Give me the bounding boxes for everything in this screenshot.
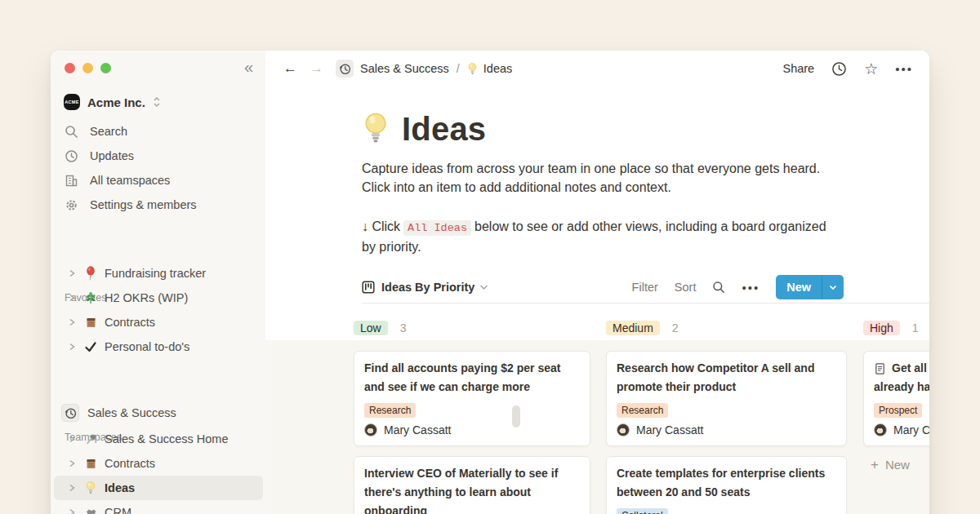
sidebar-collapse-icon[interactable]: « xyxy=(244,58,253,77)
sidebar-item-label: Ideas xyxy=(105,481,135,494)
avatar xyxy=(874,423,887,436)
chevron-down-icon[interactable] xyxy=(479,284,488,290)
hint-prefix: ↓ Click xyxy=(362,219,400,233)
chevron-down-icon[interactable] xyxy=(822,285,844,290)
column-pill-low[interactable]: Low xyxy=(354,321,388,335)
window-controls xyxy=(65,63,111,73)
hint-block[interactable]: ↓ ClickAll Ideasbelow to see or add othe… xyxy=(362,217,844,256)
star-icon[interactable]: ☆ xyxy=(864,61,878,77)
back-button[interactable]: ← xyxy=(283,60,297,77)
sidebar-item-ideas[interactable]: Ideas xyxy=(54,476,263,500)
card-title: Research how Competitor A sell and promo… xyxy=(617,359,836,397)
sidebar-item-label: Contracts xyxy=(105,316,155,329)
sidebar-item-h2-okrs[interactable]: H2 OKRs (WIP) xyxy=(54,286,263,310)
sidebar-item-label: All teamspaces xyxy=(90,174,170,187)
card-title-line: Get all xyxy=(892,359,927,378)
clock-history-icon[interactable] xyxy=(336,60,354,78)
favorites-list: Fundraising tracker H2 OKRs (WIP) Contra… xyxy=(51,261,265,359)
sidebar-item-settings[interactable]: Settings & members xyxy=(51,193,265,217)
add-card-button[interactable]: + New xyxy=(863,458,929,472)
sidebar-item-updates[interactable]: Updates xyxy=(51,144,265,168)
chevron-right-icon[interactable] xyxy=(67,269,77,277)
top-bar-actions: Share ☆ ••• xyxy=(782,61,913,77)
chevron-right-icon[interactable] xyxy=(67,459,77,467)
workspace-switcher[interactable]: ACME Acme Inc. xyxy=(51,90,265,114)
column-cards: Get all already ha Prospect Mary C xyxy=(863,351,929,446)
board-card[interactable]: Find all accounts paying $2 per seat and… xyxy=(354,351,590,446)
breadcrumb-page[interactable]: Ideas xyxy=(483,62,512,75)
main-area: ← → Sales & Success / Ideas Share ☆ xyxy=(265,51,929,514)
board-card[interactable]: Get all already ha Prospect Mary C xyxy=(863,351,929,446)
chevron-right-icon[interactable] xyxy=(67,343,77,351)
chevron-right-icon[interactable] xyxy=(67,484,77,492)
herb-icon xyxy=(83,291,98,304)
card-title: Create templates for enterprise clients … xyxy=(617,464,836,502)
card-tag: Research xyxy=(617,403,668,418)
sidebar-item-personal-todos[interactable]: Personal to-do's xyxy=(54,335,263,359)
share-button[interactable]: Share xyxy=(782,62,814,75)
sidebar-item-fundraising-tracker[interactable]: Fundraising tracker xyxy=(54,261,263,286)
inline-code-all-ideas: All Ideas xyxy=(403,220,471,236)
column-cards: Find all accounts paying $2 per seat and… xyxy=(354,351,590,514)
card-assignee: Mary Cassatt xyxy=(364,423,580,436)
search-icon[interactable] xyxy=(712,281,725,294)
column-header: Low 3 xyxy=(354,319,590,337)
sidebar-item-label: Fundraising tracker xyxy=(105,267,206,280)
board-card[interactable]: Create templates for enterprise clients … xyxy=(606,456,847,514)
microphone-icon xyxy=(83,433,98,445)
board-view-icon xyxy=(362,281,375,294)
filter-button[interactable]: Filter xyxy=(632,281,658,294)
card-assignee: Mary C xyxy=(874,423,929,436)
sidebar-item-search[interactable]: Search xyxy=(51,119,265,144)
notion-window: « ACME Acme Inc. Search xyxy=(51,51,929,514)
board-card[interactable]: Interview CEO of Materially to see if th… xyxy=(354,456,590,514)
description-line: Click into an item to add additional not… xyxy=(362,178,844,197)
sidebar-item-label: CRM xyxy=(105,506,131,514)
hint-suffix: below to see or add other views, includi… xyxy=(474,219,826,233)
check-mark-icon xyxy=(83,340,98,353)
chevron-right-icon[interactable] xyxy=(67,318,77,326)
sort-button[interactable]: Sort xyxy=(675,281,697,294)
sidebar: « ACME Acme Inc. Search xyxy=(51,51,265,514)
clock-icon[interactable] xyxy=(831,61,847,77)
sidebar-item-contracts-fav[interactable]: Contracts xyxy=(54,310,263,335)
column-pill-medium[interactable]: Medium xyxy=(606,321,660,335)
sidebar-item-crm[interactable]: CRM xyxy=(54,500,263,514)
sidebar-item-sales-success[interactable]: Sales & Success xyxy=(51,401,265,425)
scrollbar-thumb[interactable] xyxy=(512,405,520,428)
page-description[interactable]: Capture ideas from across your team in o… xyxy=(362,159,844,197)
board-column-high: High 1 Get all xyxy=(863,312,929,472)
zoom-button[interactable] xyxy=(100,63,111,73)
light-bulb-icon[interactable] xyxy=(362,111,390,146)
column-pill-high[interactable]: High xyxy=(863,321,900,335)
workspace-logo: ACME xyxy=(64,94,80,110)
breadcrumb-teamspace[interactable]: Sales & Success xyxy=(360,62,449,75)
view-name[interactable]: Ideas By Priority xyxy=(381,281,474,294)
board-card[interactable]: Research how Competitor A sell and promo… xyxy=(606,351,847,446)
sidebar-item-label: Sales & Success xyxy=(87,406,176,419)
sidebar-item-sales-success-home[interactable]: Sales & Success Home xyxy=(54,427,263,451)
chevron-right-icon[interactable] xyxy=(67,508,77,514)
minimize-button[interactable] xyxy=(82,63,93,73)
forward-button[interactable]: → xyxy=(310,60,323,77)
scroll-icon xyxy=(83,316,98,329)
more-options-icon[interactable]: ••• xyxy=(742,281,760,295)
clock-icon xyxy=(63,149,79,163)
close-button[interactable] xyxy=(65,63,75,73)
chevron-right-icon[interactable] xyxy=(67,435,77,443)
new-button[interactable]: New xyxy=(776,275,844,299)
sidebar-item-label: Sales & Success Home xyxy=(105,432,229,445)
more-options-icon[interactable]: ••• xyxy=(895,62,913,76)
card-tag: Collateral xyxy=(617,508,668,514)
view-toolbar: Ideas By Priority Filter Sort ••• New xyxy=(362,273,844,301)
card-title: Interview CEO of Materially to see if th… xyxy=(364,464,580,514)
chevron-right-icon[interactable] xyxy=(67,294,77,302)
sidebar-item-all-teamspaces[interactable]: All teamspaces xyxy=(51,168,265,193)
page-title[interactable]: Ideas xyxy=(402,111,486,148)
scroll-icon xyxy=(83,457,98,470)
sidebar-item-label: Personal to-do's xyxy=(105,340,189,353)
sidebar-item-contracts[interactable]: Contracts xyxy=(54,451,263,476)
new-button-label[interactable]: New xyxy=(776,281,822,294)
assignee-name: Mary Cassatt xyxy=(636,423,703,436)
clock-history-icon xyxy=(61,404,79,422)
